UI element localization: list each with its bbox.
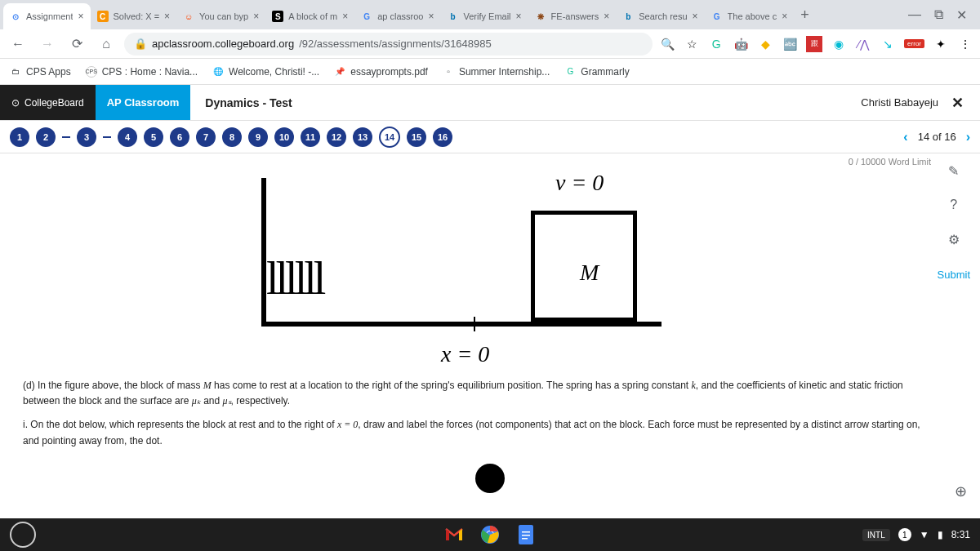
- forward-button[interactable]: →: [36, 33, 59, 56]
- bookmark-item[interactable]: 🗀CPS Apps: [10, 66, 71, 78]
- extension-icon[interactable]: 跟: [806, 36, 822, 52]
- browser-tab-6[interactable]: ❋ FE-answers ×: [528, 3, 617, 29]
- edit-icon[interactable]: ✎: [942, 159, 965, 182]
- error-badge[interactable]: error: [904, 39, 924, 48]
- prev-question-button[interactable]: ‹: [903, 130, 907, 144]
- bookmark-item[interactable]: ▫Summer Internship...: [443, 66, 550, 78]
- floor: [261, 322, 662, 327]
- battery-icon[interactable]: ▮: [938, 529, 943, 540]
- clock[interactable]: 8:31: [951, 529, 970, 540]
- collegeboard-tab[interactable]: ⊙CollegeBoard: [0, 85, 96, 120]
- apclassroom-tab[interactable]: AP Classroom: [96, 85, 191, 120]
- chrome-app-icon[interactable]: [477, 522, 503, 548]
- velocity-label: v = 0: [555, 170, 604, 196]
- next-question-button[interactable]: ›: [966, 130, 970, 144]
- position-label: x = 0: [441, 341, 489, 367]
- zoom-in-button[interactable]: ⊕: [955, 482, 967, 500]
- restore-icon[interactable]: ⧉: [934, 7, 943, 23]
- bookmark-item[interactable]: CPSCPS : Home : Navia...: [86, 66, 198, 78]
- url-input[interactable]: 🔒 apclassroom.collegeboard.org/92/assess…: [124, 33, 653, 56]
- bookmark-item[interactable]: 📌essayprompts.pdf: [334, 66, 428, 78]
- question-number-current[interactable]: 14: [379, 127, 400, 148]
- browser-tab-4[interactable]: G ap classroo ×: [354, 3, 440, 29]
- browser-tab-7[interactable]: b Search resu ×: [616, 3, 704, 29]
- tab-favicon: b: [622, 11, 634, 22]
- extension-icon[interactable]: ↘: [880, 36, 896, 52]
- bookmarks-bar: 🗀CPS Apps CPSCPS : Home : Navia... 🌐Welc…: [0, 59, 980, 85]
- tab-close-icon[interactable]: ×: [164, 11, 170, 22]
- tab-close-icon[interactable]: ×: [782, 11, 787, 22]
- reload-button[interactable]: ⟳: [65, 33, 88, 56]
- tab-close-icon[interactable]: ×: [78, 11, 83, 22]
- free-body-dot-area[interactable]: [475, 464, 505, 493]
- extension-icon[interactable]: ⁄⋀: [855, 36, 871, 52]
- lock-icon: 🔒: [134, 38, 147, 50]
- url-domain: apclassroom.collegeboard.org: [152, 38, 294, 50]
- extensions-icon[interactable]: ✦: [933, 36, 949, 52]
- question-number[interactable]: 16: [433, 127, 452, 147]
- tab-close-icon[interactable]: ×: [253, 11, 259, 22]
- tab-close-icon[interactable]: ×: [516, 11, 522, 22]
- question-number[interactable]: 7: [196, 127, 216, 147]
- bookmark-label: Grammarly: [581, 66, 629, 78]
- text: i. On the dot below, which represents th…: [23, 419, 337, 430]
- tab-favicon: ☺: [183, 11, 194, 22]
- back-button[interactable]: ←: [7, 33, 29, 56]
- docs-app-icon[interactable]: [513, 522, 539, 548]
- bookmark-item[interactable]: GGrammarly: [564, 66, 629, 78]
- question-number[interactable]: 5: [144, 127, 163, 147]
- browser-tab-5[interactable]: b Verify Email ×: [440, 3, 528, 29]
- bookmark-label: CPS : Home : Navia...: [102, 66, 198, 78]
- question-number[interactable]: 10: [274, 127, 294, 147]
- search-icon[interactable]: 🔍: [659, 36, 675, 52]
- close-button[interactable]: ✕: [951, 94, 964, 112]
- question-number[interactable]: 4: [118, 127, 137, 147]
- question-number[interactable]: 13: [353, 127, 372, 147]
- tab-close-icon[interactable]: ×: [604, 11, 609, 22]
- bookmark-label: essayprompts.pdf: [350, 66, 428, 78]
- grammarly-icon[interactable]: G: [708, 36, 724, 52]
- question-number[interactable]: 9: [248, 127, 268, 147]
- browser-tab-2[interactable]: ☺ You can byp ×: [176, 3, 265, 29]
- menu-icon[interactable]: ⋮: [957, 36, 973, 52]
- question-content: 0 / 10000 Word Limit v = 0 llllll M x = …: [0, 153, 980, 525]
- extension-icon[interactable]: 🔤: [782, 36, 798, 52]
- extension-icon[interactable]: 🤖: [733, 36, 749, 52]
- settings-icon[interactable]: ⚙: [942, 228, 965, 251]
- question-number[interactable]: 2: [36, 127, 56, 147]
- help-icon[interactable]: ?: [942, 193, 965, 216]
- tab-close-icon[interactable]: ×: [693, 11, 698, 22]
- bookmark-item[interactable]: 🌐Welcome, Christi! -...: [212, 66, 319, 78]
- bookmark-label: Welcome, Christi! -...: [229, 66, 319, 78]
- browser-tab-3[interactable]: S A block of m ×: [265, 3, 354, 29]
- submit-button[interactable]: Submit: [934, 262, 973, 287]
- question-number[interactable]: 12: [327, 127, 346, 147]
- question-number[interactable]: 15: [407, 127, 426, 147]
- new-tab-button[interactable]: +: [794, 7, 816, 24]
- question-number[interactable]: 8: [222, 127, 242, 147]
- bookmark-icon: CPS: [86, 66, 97, 78]
- right-toolbar: ✎ ? ⚙ Submit: [934, 159, 973, 287]
- extension-icon[interactable]: ◆: [757, 36, 773, 52]
- close-window-icon[interactable]: ✕: [956, 7, 967, 23]
- wifi-icon[interactable]: ▼: [920, 529, 929, 540]
- browser-tab-8[interactable]: G The above c ×: [705, 3, 795, 29]
- minimize-icon[interactable]: —: [908, 7, 921, 23]
- collegeboard-label: CollegeBoard: [24, 97, 84, 109]
- browser-tab-1[interactable]: C Solved: X = ×: [91, 3, 177, 29]
- question-number[interactable]: 11: [301, 127, 320, 147]
- tab-close-icon[interactable]: ×: [342, 11, 348, 22]
- question-number[interactable]: 6: [170, 127, 189, 147]
- browser-tab-0[interactable]: ⊙ Assignment ×: [3, 3, 91, 29]
- extension-icon[interactable]: ◉: [831, 36, 847, 52]
- intl-badge[interactable]: INTL: [862, 529, 890, 541]
- home-button[interactable]: ⌂: [95, 33, 118, 56]
- question-number[interactable]: 3: [77, 127, 96, 147]
- bookmark-label: Summer Internship...: [459, 66, 550, 78]
- question-number[interactable]: 1: [10, 127, 29, 147]
- gmail-app-icon[interactable]: [441, 522, 467, 548]
- launcher-button[interactable]: [10, 522, 36, 548]
- notification-badge[interactable]: 1: [898, 528, 911, 541]
- star-icon[interactable]: ☆: [684, 36, 700, 52]
- tab-close-icon[interactable]: ×: [428, 11, 434, 22]
